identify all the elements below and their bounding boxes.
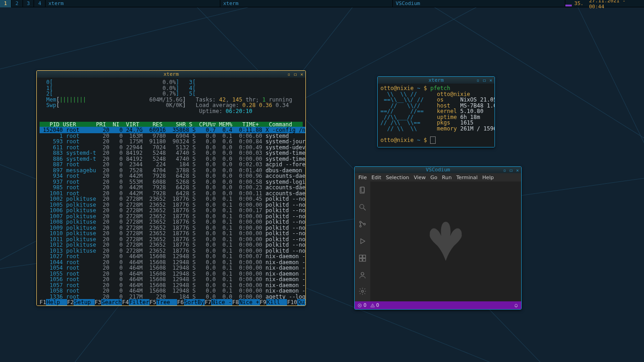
minimize-icon[interactable]: ▫ bbox=[475, 77, 481, 83]
taskbar-task-vscodium[interactable]: VSCodium bbox=[393, 0, 565, 7]
window-title: xterm bbox=[163, 71, 178, 77]
menu-help[interactable]: Help bbox=[482, 175, 494, 181]
status-errors[interactable]: 0 bbox=[357, 303, 367, 308]
window-vscodium[interactable]: VSCodium ▫ ◻ ✕ File Edit Selection View … bbox=[354, 166, 522, 310]
titlebar-vscodium[interactable]: VSCodium ▫ ◻ ✕ bbox=[355, 167, 521, 173]
svg-rect-11 bbox=[363, 259, 366, 261]
window-title: xterm bbox=[428, 77, 443, 83]
extensions-icon[interactable] bbox=[358, 254, 367, 264]
source-control-icon[interactable] bbox=[358, 220, 367, 230]
taskbar-task-xterm-1[interactable]: xterm bbox=[46, 0, 220, 7]
window-htop[interactable]: xterm ▫ ◻ ✕ 0[ 0.0%] 3[ 0.0%] 1[ 0.0%] 4… bbox=[36, 70, 306, 306]
titlebar-htop[interactable]: xterm ▫ ◻ ✕ bbox=[37, 71, 305, 78]
htop-terminal-content[interactable]: 0[ 0.0%] 3[ 0.0%] 1[ 0.0%] 4[ 0.0%] 2[ bbox=[37, 78, 305, 305]
window-title: VSCodium bbox=[426, 167, 450, 173]
workspace-4[interactable]: 4 bbox=[34, 0, 46, 7]
minimize-icon[interactable]: ▫ bbox=[286, 71, 292, 77]
taskbar-cpu: 35. bbox=[572, 0, 586, 6]
taskbar-datetime: 27.11.2021 - 00:44 bbox=[586, 0, 644, 10]
status-bar[interactable]: 0 0 bbox=[355, 301, 521, 309]
svg-point-6 bbox=[364, 223, 366, 225]
svg-point-13 bbox=[362, 290, 364, 293]
svg-rect-10 bbox=[359, 259, 362, 261]
menu-view[interactable]: View bbox=[414, 175, 426, 181]
run-debug-icon[interactable] bbox=[358, 237, 367, 247]
vscodium-watermark-icon bbox=[418, 214, 473, 269]
window-pfetch[interactable]: xterm ▫ ◻ ✕ otto@nixie ~ $ pfetch \\ \\ … bbox=[377, 76, 495, 147]
close-icon[interactable]: ✕ bbox=[299, 71, 305, 77]
menu-file[interactable]: File bbox=[358, 175, 367, 181]
maximize-icon[interactable]: ◻ bbox=[482, 77, 487, 83]
workspace-2[interactable]: 2 bbox=[12, 0, 23, 7]
titlebar-pfetch[interactable]: xterm ▫ ◻ ✕ bbox=[378, 77, 494, 84]
maximize-icon[interactable]: ◻ bbox=[293, 71, 298, 77]
activity-bar bbox=[355, 181, 370, 301]
svg-point-2 bbox=[360, 204, 364, 209]
menubar: File Edit Selection View Go Run Terminal… bbox=[355, 173, 521, 181]
taskbar-cpu-graph-icon bbox=[565, 1, 571, 6]
menu-terminal[interactable]: Terminal bbox=[456, 175, 478, 181]
status-warnings[interactable]: 0 bbox=[370, 303, 380, 308]
menu-edit[interactable]: Edit bbox=[371, 175, 381, 181]
pfetch-terminal-content[interactable]: otto@nixie ~ $ pfetch \\ \\ // otto@nixi… bbox=[378, 84, 494, 147]
menu-go[interactable]: Go bbox=[431, 175, 437, 181]
taskbar-task-xterm-2[interactable]: xterm bbox=[220, 0, 393, 7]
workspace-3[interactable]: 3 bbox=[23, 0, 34, 7]
search-icon[interactable] bbox=[358, 203, 367, 213]
status-notifications-icon[interactable] bbox=[514, 303, 518, 308]
maximize-icon[interactable]: ◻ bbox=[508, 167, 514, 173]
explorer-icon[interactable] bbox=[358, 186, 367, 196]
close-icon[interactable]: ✕ bbox=[488, 77, 494, 83]
svg-marker-7 bbox=[361, 239, 365, 244]
menu-selection[interactable]: Selection bbox=[386, 175, 409, 181]
close-icon[interactable]: ✕ bbox=[515, 167, 520, 173]
svg-point-4 bbox=[360, 221, 362, 223]
svg-rect-8 bbox=[359, 255, 362, 258]
menu-run[interactable]: Run bbox=[442, 175, 452, 181]
workspace-1[interactable]: 1 bbox=[0, 0, 12, 7]
svg-rect-1 bbox=[361, 187, 364, 192]
svg-point-12 bbox=[361, 272, 364, 275]
top-taskbar: 1 2 3 4 xterm xterm VSCodium 35. 27.11.2… bbox=[0, 0, 644, 7]
accounts-icon[interactable] bbox=[358, 271, 367, 281]
svg-point-5 bbox=[360, 226, 362, 227]
svg-rect-9 bbox=[363, 255, 366, 258]
minimize-icon[interactable]: ▫ bbox=[502, 167, 507, 173]
settings-gear-icon[interactable] bbox=[358, 287, 367, 297]
svg-line-3 bbox=[363, 209, 366, 211]
editor-area[interactable] bbox=[370, 181, 521, 301]
